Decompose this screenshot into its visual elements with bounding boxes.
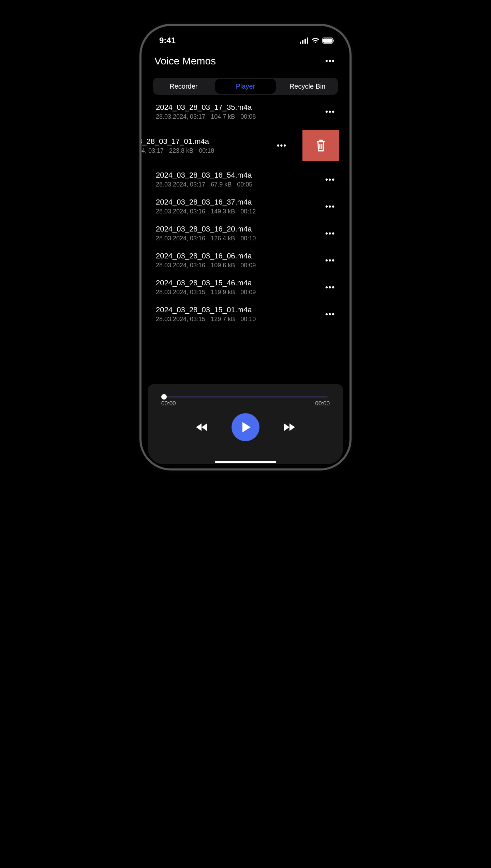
row-more-icon[interactable]: ••• — [276, 140, 288, 151]
recording-info: 2024_03_28_03_17_35.m4a28.03.2024, 03:17… — [156, 103, 256, 120]
status-time: 9:41 — [159, 36, 176, 45]
seek-track[interactable] — [163, 396, 328, 398]
play-icon — [242, 422, 251, 432]
recording-name: 2024_03_28_03_16_37.m4a — [156, 198, 256, 207]
row-more-icon[interactable]: ••• — [324, 255, 337, 266]
delete-button[interactable] — [302, 130, 339, 161]
recording-name: 3_28_03_17_01.m4a — [142, 137, 214, 146]
page-header: Voice Memos ••• — [142, 50, 349, 70]
cellular-icon — [300, 38, 309, 44]
recording-name: 2024_03_28_03_16_54.m4a — [156, 171, 252, 180]
row-more-icon[interactable]: ••• — [324, 201, 337, 212]
recording-info: 2024_03_28_03_16_37.m4a28.03.2024, 03:16… — [156, 198, 256, 215]
time-labels: 00:00 00:00 — [161, 400, 330, 407]
tab-recycle-bin[interactable]: Recycle Bin — [277, 78, 338, 95]
player-controls — [160, 413, 331, 441]
tab-recorder[interactable]: Recorder — [153, 78, 214, 95]
row-more-icon[interactable]: ••• — [324, 228, 337, 239]
recording-info: 2024_03_28_03_15_46.m4a28.03.2024, 03:15… — [156, 279, 256, 296]
recording-info: 2024_03_28_03_16_06.m4a28.03.2024, 03:16… — [156, 252, 256, 269]
recording-row[interactable]: 3_28_03_17_01.m4a24, 03:17223.8 kB00:18•… — [142, 125, 339, 166]
recording-row[interactable]: 2024_03_28_03_16_20.m4a28.03.2024, 03:16… — [142, 220, 349, 247]
recording-row[interactable]: 2024_03_28_03_17_35.m4a28.03.2024, 03:17… — [142, 98, 349, 125]
time-remaining: 00:00 — [315, 400, 330, 407]
tab-bar: Recorder Player Recycle Bin — [153, 78, 338, 95]
recording-name: 2024_03_28_03_16_20.m4a — [156, 225, 256, 234]
recording-info: 2024_03_28_03_15_01.m4a28.03.2024, 03:15… — [156, 305, 256, 323]
svg-rect-2 — [333, 40, 334, 42]
recording-info: 3_28_03_17_01.m4a24, 03:17223.8 kB00:18 — [142, 137, 214, 154]
row-actions: ••• — [276, 130, 339, 161]
recording-meta: 28.03.2024, 03:16126.4 kB00:10 — [156, 235, 256, 242]
recording-name: 2024_03_28_03_16_06.m4a — [156, 252, 256, 260]
recording-name: 2024_03_28_03_17_35.m4a — [156, 103, 256, 112]
recording-name: 2024_03_28_03_15_01.m4a — [156, 305, 256, 314]
svg-rect-1 — [323, 39, 332, 43]
recording-name: 2024_03_28_03_15_46.m4a — [156, 279, 256, 287]
screen: 9:41 Voice Memos ••• Recorder Pl — [142, 26, 349, 468]
page-title: Voice Memos — [154, 55, 216, 67]
recording-row[interactable]: 2024_03_28_03_15_46.m4a28.03.2024, 03:15… — [142, 274, 349, 301]
recording-meta: 28.03.2024, 03:1767.9 kB00:05 — [156, 181, 252, 188]
status-bar: 9:41 — [142, 26, 349, 50]
recording-meta: 28.03.2024, 03:15119.9 kB00:09 — [156, 289, 256, 296]
tab-bar-wrap: Recorder Player Recycle Bin — [142, 70, 349, 98]
play-button[interactable] — [232, 413, 259, 441]
recording-row[interactable]: 2024_03_28_03_15_01.m4a28.03.2024, 03:15… — [142, 301, 349, 328]
home-indicator[interactable] — [215, 461, 276, 463]
forward-button[interactable] — [289, 423, 295, 431]
row-more-icon[interactable]: ••• — [324, 107, 337, 117]
recording-meta: 24, 03:17223.8 kB00:18 — [142, 147, 214, 154]
recording-row[interactable]: 2024_03_28_03_16_54.m4a28.03.2024, 03:17… — [142, 166, 349, 193]
player-panel: 00:00 00:00 — [148, 384, 343, 464]
trash-icon — [315, 139, 327, 152]
recording-meta: 28.03.2024, 03:16149.3 kB00:12 — [156, 208, 256, 215]
row-more-icon[interactable]: ••• — [324, 309, 337, 319]
phone-frame: 9:41 Voice Memos ••• Recorder Pl — [139, 24, 352, 470]
time-elapsed: 00:00 — [161, 400, 176, 407]
recording-meta: 28.03.2024, 03:17104.7 kB00:08 — [156, 113, 256, 120]
recording-row[interactable]: 2024_03_28_03_16_06.m4a28.03.2024, 03:16… — [142, 247, 349, 274]
wifi-icon — [311, 38, 319, 44]
tab-player[interactable]: Player — [215, 79, 276, 94]
row-more-icon[interactable]: ••• — [324, 175, 337, 185]
row-more-icon[interactable]: ••• — [324, 282, 337, 293]
recording-info: 2024_03_28_03_16_20.m4a28.03.2024, 03:16… — [156, 225, 256, 242]
status-right — [300, 38, 334, 44]
rewind-button[interactable] — [196, 423, 202, 431]
seek-thumb[interactable] — [161, 394, 167, 400]
recording-info: 2024_03_28_03_16_54.m4a28.03.2024, 03:17… — [156, 171, 252, 188]
header-more-icon[interactable]: ••• — [324, 56, 337, 66]
battery-icon — [322, 38, 334, 44]
recording-meta: 28.03.2024, 03:15129.7 kB00:10 — [156, 316, 256, 323]
recording-meta: 28.03.2024, 03:16109.6 kB00:09 — [156, 262, 256, 269]
recording-row[interactable]: 2024_03_28_03_16_37.m4a28.03.2024, 03:16… — [142, 193, 349, 220]
